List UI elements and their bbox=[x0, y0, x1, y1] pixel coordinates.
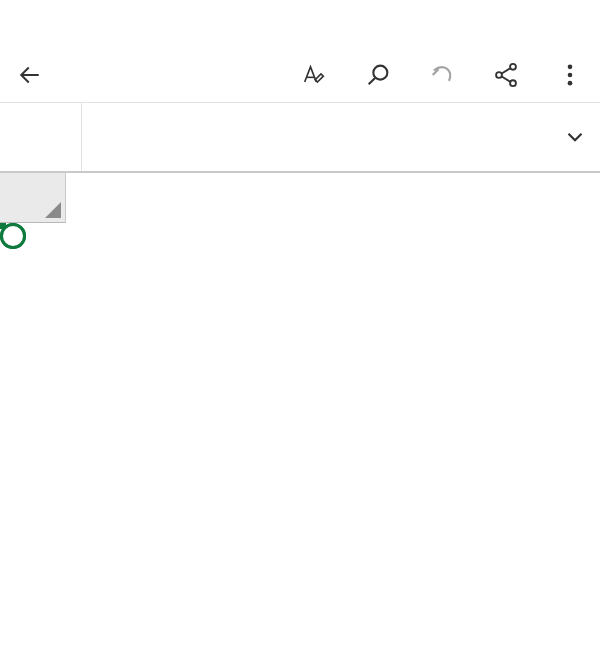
undo-button[interactable] bbox=[424, 57, 460, 93]
more-button[interactable] bbox=[552, 57, 588, 93]
svg-point-6 bbox=[568, 81, 573, 86]
arrow-left-icon bbox=[15, 60, 45, 90]
toolbar bbox=[0, 48, 600, 102]
formula-bar bbox=[0, 103, 600, 173]
column-headers bbox=[0, 173, 600, 223]
back-button[interactable] bbox=[12, 57, 48, 93]
formula-expand-button[interactable] bbox=[550, 103, 600, 171]
share-button[interactable] bbox=[488, 57, 524, 93]
formula-input[interactable] bbox=[82, 103, 550, 171]
svg-point-4 bbox=[568, 65, 573, 70]
more-vertical-icon bbox=[556, 61, 584, 89]
fx-label[interactable] bbox=[0, 103, 82, 171]
title-bar bbox=[0, 0, 600, 48]
selection-handle-bottom-right[interactable] bbox=[0, 223, 26, 249]
chevron-down-icon bbox=[562, 124, 588, 150]
svg-point-0 bbox=[373, 66, 387, 80]
font-format-button[interactable] bbox=[296, 57, 332, 93]
undo-icon bbox=[428, 61, 456, 89]
select-all-corner[interactable] bbox=[0, 173, 66, 223]
share-icon bbox=[492, 61, 520, 89]
svg-point-5 bbox=[568, 73, 573, 78]
search-icon bbox=[364, 61, 392, 89]
spreadsheet-grid bbox=[0, 173, 600, 223]
search-button[interactable] bbox=[360, 57, 396, 93]
font-pencil-icon bbox=[300, 61, 328, 89]
